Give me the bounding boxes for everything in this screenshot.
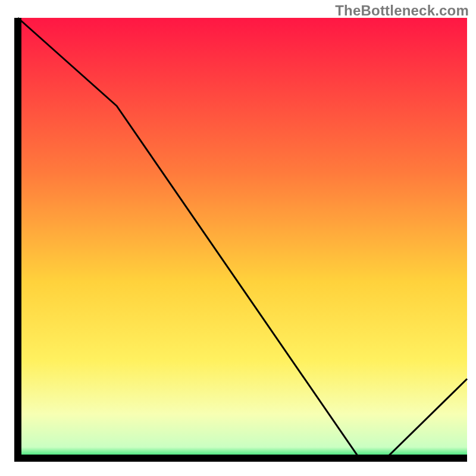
plot-background (18, 18, 467, 458)
chart-stage: TheBottleneck.com (0, 0, 476, 476)
watermark-text: TheBottleneck.com (335, 2, 469, 19)
bottleneck-chart (0, 0, 476, 476)
